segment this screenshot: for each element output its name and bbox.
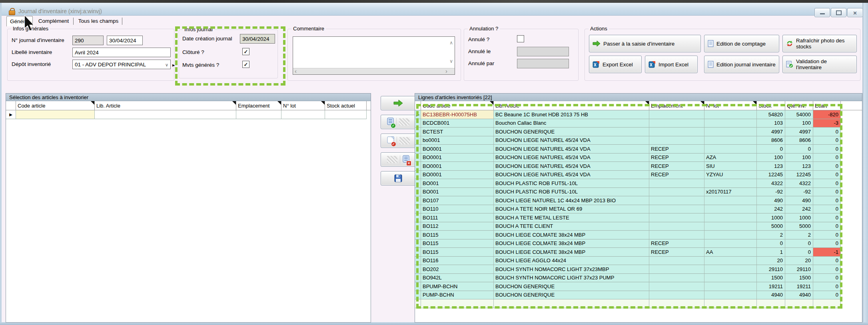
cell-stock[interactable]: 0 [757,239,785,248]
cell-n-lot[interactable]: AZA [704,154,757,162]
cell-emplacement[interactable]: RECEP [649,154,704,162]
table-row[interactable]: PUMP-BCHNBOUCHON GENERIQUE494049400 [415,291,862,300]
row-selector-icon[interactable] [415,119,421,128]
num-journal-field[interactable]: 290 [72,36,104,45]
cell-emplacement[interactable] [649,136,704,145]
cell-qte-inv[interactable]: -92 [785,188,813,197]
table-row[interactable]: BO001BOUCH PLASTIC ROB FUT5L-10Lx2017011… [415,188,862,197]
edition-comptage-button[interactable]: Edition de comptage [704,35,779,52]
row-selector-icon[interactable] [415,231,421,239]
depot-expand-arrow-icon[interactable] [172,61,175,68]
cell-n-lot[interactable] [704,265,757,274]
cell-ecart[interactable]: 0 [813,274,841,283]
column-filter-triangle-icon[interactable] [91,101,94,105]
column-header[interactable]: N° lot [704,101,757,110]
cell-ecart[interactable]: 0 [813,257,841,265]
table-row[interactable]: BO115BOUCH LIEGE COLMATE 38x24 MBPRECEPA… [415,248,862,257]
cell-code-article[interactable]: BO111 [421,213,494,222]
cell-stock[interactable]: 123 [757,162,785,171]
minimize-button[interactable] [814,8,830,17]
cell-lib-article[interactable]: BOUCHON LIEGE NATUREL 45/24 VDA [494,171,649,179]
table-cell[interactable] [421,299,494,308]
cell-qte-inv[interactable]: 8606 [785,136,813,145]
cell-qte-inv[interactable]: 5000 [785,222,813,231]
table-row[interactable]: BO116BOUCH LIEGE AGGLO 44x2420200 [415,257,862,265]
cell-stock[interactable]: 1500 [757,274,785,283]
table-cell[interactable] [236,110,281,119]
column-header[interactable]: Lib. Article [494,101,649,110]
cell-ecart[interactable]: 0 [813,222,841,231]
cell-lib-article[interactable]: BOUCHON GENERIQUE [494,291,649,300]
cell-code-article[interactable]: BO0001 [421,154,494,162]
column-filter-triangle-icon[interactable] [277,101,281,105]
export-excel-button[interactable]: Export Excel [589,56,642,73]
table-row[interactable]: BO0001BOUCHON LIEGE NATUREL 45/24 VDAREC… [415,145,862,154]
column-filter-triangle-icon[interactable] [753,101,756,105]
table-row[interactable]: BO202BOUCH SYNTH NOMACORC LIGHT 37x23MBP… [415,265,862,274]
cell-n-lot[interactable] [704,274,757,283]
cell-lib-article[interactable]: BOUCHON LIEGE NATUREL 45/24 VDA [494,154,649,162]
table-row[interactable]: bo0001BOUCHON LIEGE NATUREL 45/24 VDA860… [415,136,862,145]
table-row[interactable]: BO112BOUCH A TETE CLIENT500050000 [415,222,862,231]
column-header[interactable]: Stock actuel [325,101,367,110]
cell-lib-article[interactable]: BOUCH A TETE METAL LESTE [494,213,649,222]
cell-stock[interactable]: 54820 [757,110,785,119]
cell-code-article[interactable]: BPUMP-BCHN [421,282,494,291]
cell-stock[interactable]: -92 [757,188,785,197]
cell-stock[interactable]: 490 [757,196,785,205]
cell-n-lot[interactable] [704,179,757,188]
row-selector-icon[interactable] [415,291,421,300]
cell-code-article[interactable]: BO115 [421,239,494,248]
cell-lib-article[interactable]: BOUCH LIEGE COLMATE 38x24 MBP [494,231,649,239]
table-cell[interactable] [704,299,757,308]
cell-code-article[interactable] [16,110,95,119]
cell-lib-article[interactable]: BOUCH PLASTIC ROB FUT5L-10L [494,179,649,188]
cell-n-lot[interactable] [704,205,757,214]
table-row[interactable]: BO942LBOUCH SYNTH NOMACORC LIGHT 37x23 P… [415,274,862,283]
cell-n-lot[interactable] [704,136,757,145]
horizontal-scrollbar[interactable] [293,68,455,74]
cell-stock[interactable]: 12245 [757,171,785,179]
cell-n-lot[interactable]: x20170117 [704,188,757,197]
cell-ecart[interactable]: -820 [813,110,841,119]
column-filter-triangle-icon[interactable] [490,101,493,105]
row-selector-icon[interactable] [6,110,16,119]
cell-lib-article[interactable]: BOUCH PLASTIC ROB FUT5L-10L [494,188,649,197]
cell-ecart[interactable]: 0 [813,145,841,154]
table-row[interactable]: BO110BOUCH A TETE NOIR METAL OR 69242242… [415,205,862,214]
cell-emplacement[interactable] [649,205,704,214]
cell-emplacement[interactable] [649,265,704,274]
cell-code-article[interactable]: BO115 [421,231,494,239]
cell-code-article[interactable]: bo0001 [421,136,494,145]
table-row[interactable]: BC13BEBR-H00075HBBC Beaune 1C Brunet HDB… [415,110,862,119]
maximize-button[interactable] [831,8,846,17]
cell-code-article[interactable]: BO202 [421,265,494,274]
cell-qte-inv[interactable]: 54000 [785,110,813,119]
column-header[interactable]: N° lot [281,101,325,110]
table-row[interactable]: BO0001BOUCHON LIEGE NATUREL 45/24 VDAREC… [415,154,862,162]
cell-qte-inv[interactable]: 12245 [785,171,813,179]
cell-qte-inv[interactable]: 2 [785,231,813,239]
table-cell[interactable] [649,299,704,308]
row-selector-icon[interactable] [415,145,421,154]
cell-emplacement[interactable]: RECEP [649,171,704,179]
column-filter-triangle-icon[interactable] [700,101,704,105]
table-row[interactable]: BO001BOUCH PLASTIC ROB FUT5L-10L43224322… [415,179,862,188]
cell-qte-inv[interactable]: 1000 [785,213,813,222]
cell-qte-inv[interactable]: 19211 [785,282,813,291]
table-cell[interactable] [813,299,841,308]
cell-emplacement[interactable] [649,119,704,128]
cell-lib-article[interactable]: BOUCH SYNTH NOMACORC LIGHT 37x23MBP [494,265,649,274]
cell-qte-inv[interactable]: 123 [785,162,813,171]
cell-n-lot[interactable] [704,196,757,205]
cell-n-lot[interactable] [704,119,757,128]
passer-saisie-button[interactable]: Passer à la saisie d'inventaire [589,35,701,52]
row-selector-icon[interactable] [415,265,421,274]
edition-journal-button[interactable]: Edition journal inventaire [704,56,779,73]
cell-ecart[interactable]: 0 [813,265,841,274]
table-cell[interactable] [494,299,649,308]
row-selector-icon[interactable] [415,128,421,136]
cell-qte-inv[interactable]: 4940 [785,291,813,300]
cell-code-article[interactable]: BO110 [421,205,494,214]
table-row[interactable]: BO115BOUCH LIEGE COLMATE 38x24 MBPRECEP0… [415,239,862,248]
